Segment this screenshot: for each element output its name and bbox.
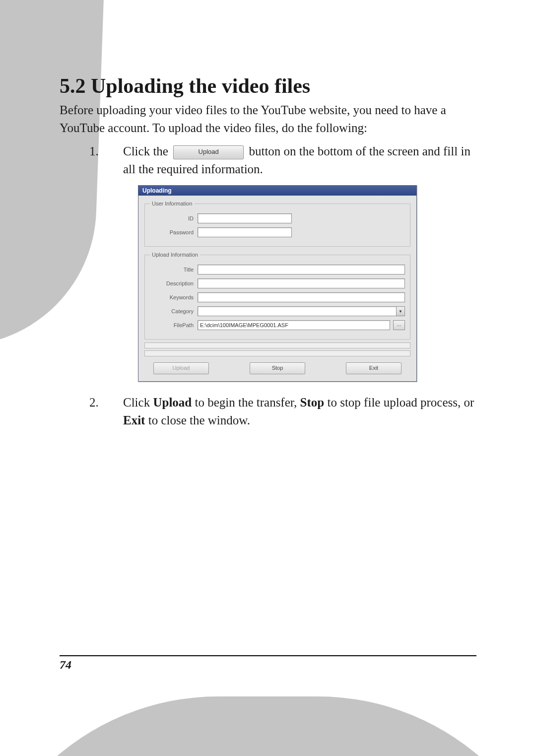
title-label: Title	[150, 267, 198, 273]
t2f: Exit	[123, 413, 145, 427]
id-label: ID	[150, 215, 198, 221]
filepath-row: FilePath E:\dcim\100IMAGE\MPEG0001.ASF .…	[150, 320, 405, 330]
step-1: 1. Click the Upload button on the bottom…	[89, 142, 476, 389]
id-row: ID	[150, 213, 405, 223]
browse-button[interactable]: ...	[393, 320, 405, 330]
t2e: to stop file upload process, or	[324, 396, 474, 409]
description-input[interactable]	[198, 278, 405, 288]
filepath-label: FilePath	[150, 322, 198, 328]
progress-bar-2	[144, 350, 410, 356]
category-label: Category	[150, 308, 198, 314]
category-select[interactable]	[198, 306, 397, 316]
filepath-input[interactable]: E:\dcim\100IMAGE\MPEG0001.ASF	[198, 320, 390, 330]
step-text-before: Click the	[123, 144, 168, 158]
t2c: to begin the transfer,	[192, 396, 300, 409]
page-content: 5.2 Uploading the video files Before upl…	[0, 0, 536, 430]
dialog-titlebar: Uploading	[138, 186, 416, 196]
id-input[interactable]	[198, 213, 292, 223]
password-input[interactable]	[198, 227, 292, 237]
page-number: 74	[60, 658, 71, 671]
t2g: to close the window.	[145, 413, 250, 427]
user-information-group: User Information ID Password	[144, 201, 410, 247]
inline-upload-button[interactable]: Upload	[173, 145, 244, 159]
steps-list: 1. Click the Upload button on the bottom…	[60, 142, 476, 430]
step-body: Click the Upload button on the bottom of…	[123, 142, 476, 389]
category-row: Category ▼	[150, 306, 405, 316]
description-row: Description	[150, 278, 405, 288]
keywords-input[interactable]	[198, 292, 405, 302]
step-body: Click Upload to begin the transfer, Stop…	[123, 394, 476, 430]
title-input[interactable]	[198, 265, 405, 275]
dialog-upload-button[interactable]: Upload	[153, 362, 209, 374]
password-row: Password	[150, 227, 405, 237]
section-heading: 5.2 Uploading the video files	[60, 74, 476, 97]
description-label: Description	[150, 280, 198, 286]
intro-paragraph: Before uploading your video files to the…	[60, 101, 476, 137]
dialog-exit-button[interactable]: Exit	[346, 362, 402, 374]
t2b: Upload	[153, 396, 192, 409]
dialog-stop-button[interactable]: Stop	[250, 362, 305, 374]
t2a: Click	[123, 396, 153, 409]
keywords-row: Keywords	[150, 292, 405, 302]
keywords-label: Keywords	[150, 294, 198, 300]
title-row: Title	[150, 265, 405, 275]
upload-information-legend: Upload Information	[150, 252, 200, 258]
progress-bar-1	[144, 343, 410, 348]
t2d: Stop	[300, 396, 325, 409]
step-number: 2.	[89, 394, 103, 430]
progress-area	[144, 343, 410, 356]
upload-information-group: Upload Information Title Description Key…	[144, 252, 410, 340]
dialog-button-row: Upload Stop Exit	[138, 358, 416, 381]
user-information-legend: User Information	[150, 201, 194, 206]
step-number: 1.	[89, 142, 103, 389]
step-2: 2. Click Upload to begin the transfer, S…	[89, 394, 476, 430]
decorative-curve-bottom	[0, 696, 536, 756]
password-label: Password	[150, 229, 198, 235]
uploading-dialog: Uploading User Information ID Password	[138, 185, 417, 382]
page-footer: 74	[60, 655, 476, 672]
category-dropdown-icon[interactable]: ▼	[397, 306, 405, 316]
